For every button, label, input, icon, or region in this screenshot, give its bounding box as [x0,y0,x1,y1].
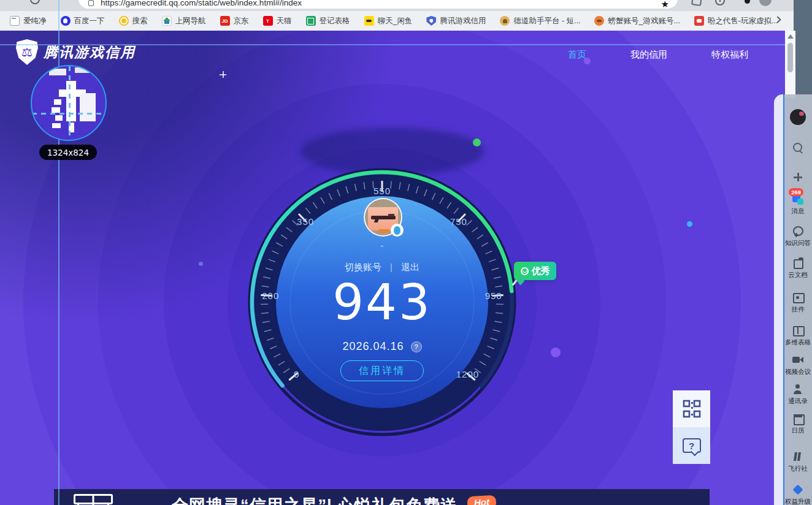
scrollbar-up-arrow-icon[interactable] [787,34,794,39]
help-bubble-icon: ? [683,438,701,453]
dock-item-label: 多维表格 [785,338,811,347]
dock-item-widget[interactable]: 挂件 [784,288,812,316]
bookmark-item[interactable]: 爱纯净 [10,16,47,26]
rating-badge-label: 优秀 [532,265,550,277]
decor-dot-faint [199,262,203,266]
hot-tag: Hot [467,495,497,505]
bookmark-label: 天猫 [277,16,292,26]
contacts-icon [792,383,804,395]
scrollbar-thumb[interactable] [787,43,793,72]
user-avatar-icon [790,109,806,125]
bookmark-item[interactable]: 百度一下 [61,16,105,26]
dock-item-label: 知识问答 [785,239,811,248]
site-logo[interactable]: 腾讯游戏信用 [16,39,136,65]
score-date: 2026.04.16 [342,340,404,353]
right-dock-area: 269消息知识问答云文档挂件多维表格视频会议通讯录日历飞行社权益升级 [774,0,812,505]
decor-sparkle [220,71,226,78]
benefits-upgrade-icon [792,484,804,496]
qr-code-widget[interactable] [673,390,710,427]
bookmark-item[interactable]: JD京东 [220,16,249,26]
dock-item-label: 挂件 [792,305,805,314]
gauge-tick-label: 550 [373,186,391,196]
dock-item-video-meeting[interactable]: 视频会议 [784,351,812,379]
bookmarks-bar: 爱纯净百度一下搜索上网导航JD京东T天猫登记表格聊天_闲鱼腾讯游戏信用德道助手平… [0,11,812,31]
magnifier-crosshair-h [32,113,107,115]
dock-item-user-avatar[interactable] [784,103,812,131]
username: - [351,240,413,251]
unread-badge: 269 [789,188,803,196]
account-actions: 切换账号 | 退出 [290,262,474,273]
screen: 腾讯游戏信用 首页我的信用特权福利 [0,0,812,505]
bookmark-label: 登记表格 [320,16,350,26]
dock-item-label: 飞行社 [788,465,808,473]
decor-dot-green [473,139,481,146]
dock-item-base-table[interactable]: 多维表格 [784,321,812,349]
help-widget[interactable]: ? [673,427,710,464]
bookmark-item[interactable]: 盼之代售-玩家虚拟... [694,16,778,26]
bookmark-item[interactable]: 登记表格 [306,16,350,26]
reload-icon[interactable] [30,0,40,4]
bookmark-label: 腾讯游戏信用 [440,16,486,26]
dock-item-cloud-docs[interactable]: 云文档 [784,254,812,282]
magnifier-loupe [31,65,107,141]
dock-item-calendar[interactable]: 日历 [784,409,812,438]
knowledge-qa-icon [792,225,804,237]
credit-detail-button[interactable]: 信用详情 [340,360,424,381]
logout-link[interactable]: 退出 [401,262,419,273]
aichunjing-favicon-icon [10,16,20,26]
bookmark-item[interactable]: 搜索 [119,16,148,26]
downloads-icon[interactable] [738,0,748,6]
dock-item-contacts[interactable]: 通讯录 [784,380,812,408]
bookmark-item[interactable]: T天猫 [263,16,292,26]
bookmark-item[interactable]: 螃蟹账号_游戏账号... [594,16,680,26]
gauge-tick-label: 1200 [456,368,479,379]
dock-item-knowledge-qa[interactable]: 知识问答 [784,222,812,250]
bookmark-star-icon[interactable]: ★ [661,0,669,9]
baidu-favicon-icon [61,16,71,26]
nav-item-link[interactable]: 特权福利 [711,49,748,61]
switch-account-link[interactable]: 切换账号 [345,262,381,273]
dock-item-add[interactable] [784,163,812,191]
flight-club-icon [792,450,804,463]
score-date-row: 2026.04.16 ? [290,340,474,353]
nav-item-link[interactable]: 我的信用 [630,49,667,61]
decor-dot-cyan [687,221,692,227]
score-help-icon[interactable]: ? [411,341,422,352]
crab-favicon-icon [594,16,604,26]
dock-item-search[interactable] [784,134,812,162]
sousuo-favicon-icon [119,16,129,26]
bookmark-item[interactable]: 上网导航 [162,16,206,26]
bookmark-item[interactable]: 聊天_闲鱼 [364,16,413,26]
url-bar[interactable]: https://gamecredit.qq.com/static/web/ind… [79,0,678,9]
page-scrollbar[interactable] [785,31,795,98]
dock-item-label: 视频会议 [785,368,811,376]
main-nav: 首页我的信用特权福利 [568,49,748,61]
dimensions-label: 812x505 [39,145,97,160]
nav-item-active[interactable]: 首页 [568,49,586,61]
browser-profile-avatar[interactable] [759,0,772,6]
qq-penguin-badge-icon [391,224,404,237]
dock-item-label: 消息 [792,207,805,216]
tmall-favicon-icon: T [263,16,273,26]
brand-title: 腾讯游戏信用 [44,43,136,62]
dock-item-messages[interactable]: 269消息 [784,190,812,218]
video-meeting-icon [792,354,804,366]
promo-banner[interactable]: 全网搜寻“信用之星”| 心悦礼包免费送 Hot [54,489,710,505]
bookmark-item[interactable]: 腾讯游戏信用 [426,16,486,26]
credit-score: 943 [259,276,505,330]
page-info-icon[interactable] [88,0,94,6]
sheet-favicon-icon [306,16,316,26]
history-icon[interactable] [715,0,725,6]
panzhi-favicon-icon [694,16,704,26]
jd-favicon-icon: JD [220,16,230,26]
dock-item-label: 云文档 [788,271,808,279]
calendar-icon [792,412,804,425]
dock-item-benefits-upgrade[interactable]: 权益升级 [784,480,812,505]
magnifier-crosshair-v [69,66,71,141]
bookmark-label: 德道助手平台 - 短... [513,16,580,26]
base-table-icon [792,324,804,336]
share-icon[interactable] [691,0,702,6]
add-icon [792,171,804,183]
dock-item-flight-club[interactable]: 飞行社 [784,447,812,476]
bookmark-item[interactable]: 德道助手平台 - 短... [500,16,580,26]
